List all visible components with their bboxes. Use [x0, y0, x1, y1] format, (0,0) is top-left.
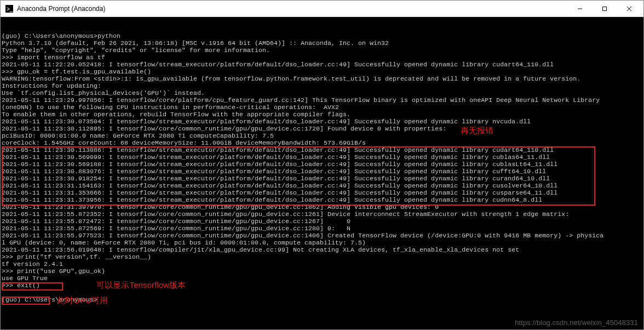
terminal-line: 2021-05-11 11:23:55.872352: I tensorflow… [2, 210, 642, 218]
svg-rect-3 [602, 7, 606, 10]
terminal-line: 2021-05-11 11:23:55.977523: I tensorflow… [2, 232, 642, 239]
terminal-line: WARNING:tensorflow:From <stdin>:1: is_gp… [2, 75, 642, 82]
terminal-line: Python 3.7.10 (default, Feb 26 2021, 13:… [2, 39, 642, 47]
terminal-line: 2021-05-11 11:23:56.019648: I tensorflow… [2, 246, 642, 253]
terminal-line: >>> print("tf version",tf. __version__) [2, 253, 642, 260]
terminal-line: 2021-05-11 11:23:29.997856: I tensorflow… [2, 96, 642, 104]
terminal-line: 2021-05-11 11:23:30.113086: I tensorflow… [2, 146, 642, 153]
terminal-line: 2021-05-11 11:23:30.883076: I tensorflow… [2, 168, 642, 175]
terminal-line: (guo) C:\Users\anonymous> [2, 296, 642, 303]
terminal-line: To enable them in other operations, rebu… [2, 111, 642, 118]
titlebar[interactable]: >_ Anaconda Prompt (Anaconda) [1, 1, 643, 17]
terminal-line: >>> import tensorflow as tf [2, 54, 642, 61]
svg-text:>_: >_ [7, 6, 13, 12]
terminal-line: 2021-05-11 11:23:31.397970: I tensorflow… [2, 203, 642, 210]
terminal-line: (guo) C:\Users\anonymous>python [2, 32, 642, 39]
watermark-text: https://blog.csdn.net/weixin_45048331 [515, 319, 638, 326]
terminal-line: Use `tf.config.list_physical_devices('GP… [2, 89, 642, 96]
window-title: Anaconda Prompt (Anaconda) [17, 5, 567, 13]
terminal-line: 2021-05-11 11:23:30.073504: I tensorflow… [2, 118, 642, 125]
terminal-line: 2021-05-11 11:22:20.052418: I tensorflow… [2, 61, 642, 68]
terminal-line: 2021-05-11 11:23:30.918254: I tensorflow… [2, 175, 642, 182]
terminal-line: 2021-05-11 11:23:55.872472: I tensorflow… [2, 218, 642, 225]
terminal-line: Instructions for updating: [2, 82, 642, 89]
close-button[interactable] [617, 1, 641, 16]
app-icon: >_ [5, 4, 14, 13]
terminal-line: tf version 2.4.1 [2, 260, 642, 268]
minimize-button[interactable] [567, 1, 592, 16]
terminal-line: >>> gpu_ok = tf.test.is_gpu_available() [2, 68, 642, 75]
terminal-line: 2021-05-11 11:23:30.112895: I tensorflow… [2, 125, 642, 132]
terminal-line: 2021-05-11 11:23:31.154163: I tensorflow… [2, 182, 642, 189]
terminal-pane[interactable]: (guo) C:\Users\anonymous>pythonPython 3.… [1, 17, 643, 329]
terminal-line: 2021-05-11 11:23:31.373956: I tensorflow… [2, 196, 642, 203]
terminal-line: 2021-05-11 11:23:31.353666: I tensorflow… [2, 189, 642, 196]
terminal-line: 2021-05-11 11:23:30.569099: I tensorflow… [2, 153, 642, 161]
terminal-line: (oneDNN) to use the following CPU instru… [2, 104, 642, 111]
terminal-line: 2021-05-11 11:23:55.872569: I tensorflow… [2, 225, 642, 232]
terminal-line: >>> exit() [2, 282, 642, 289]
terminal-line: use GPU True [2, 275, 642, 282]
terminal-line: l GPU (device: 0, name: GeForce RTX 2080… [2, 239, 642, 246]
terminal-line: >>> print("use GPU",gpu_ok) [2, 268, 642, 275]
terminal-line: Type "help", "copyright", "credits" or "… [2, 47, 642, 54]
terminal-line [2, 289, 642, 296]
maximize-button[interactable] [592, 1, 617, 16]
anaconda-prompt-window: >_ Anaconda Prompt (Anaconda) (guo) C:\U… [0, 0, 644, 330]
terminal-line: 2021-05-11 11:23:30.569188: I tensorflow… [2, 161, 642, 168]
terminal-line: pciBusID: 0000:01:00.0 name: GeForce RTX… [2, 132, 642, 139]
terminal-line: coreClock: 1.545GHz coreCount: 68 device… [2, 139, 642, 146]
